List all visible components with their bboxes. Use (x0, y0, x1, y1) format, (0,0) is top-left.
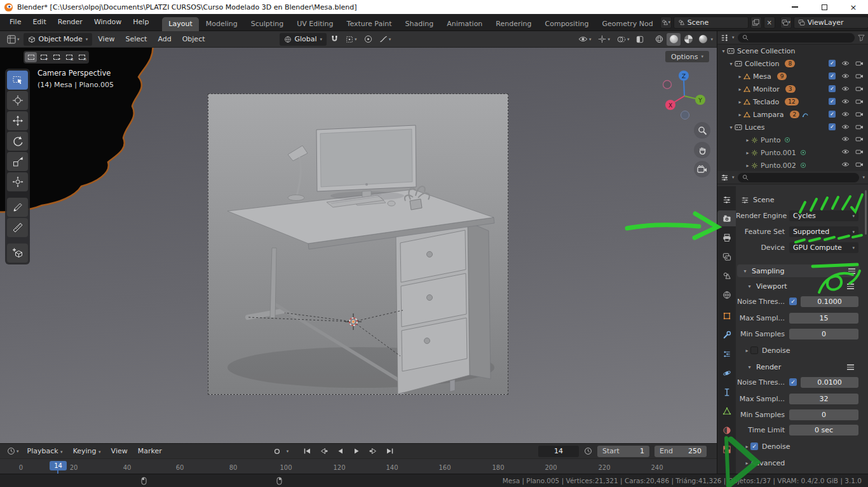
auto-keying-button[interactable] (270, 446, 284, 457)
properties-search-input[interactable] (738, 173, 860, 182)
menu-keying[interactable]: Keying ▾ (68, 447, 106, 455)
workspace-tab-texturepaint[interactable]: Texture Paint (341, 17, 398, 31)
next-keyframe-button[interactable] (366, 446, 380, 457)
close-button[interactable]: × (839, 0, 868, 14)
disclosure-icon[interactable]: ▸ (736, 99, 743, 105)
camera-icon[interactable] (855, 149, 864, 154)
tool-transform[interactable] (7, 172, 28, 191)
camera-icon[interactable] (855, 73, 864, 79)
section-menu-icon[interactable] (848, 268, 855, 274)
preview-range-clock-icon[interactable] (584, 447, 592, 455)
tab-output[interactable] (717, 230, 736, 245)
timeline-editor-button[interactable]: ▾ (4, 447, 22, 455)
prev-keyframe-button[interactable] (316, 446, 330, 457)
play-button[interactable] (349, 446, 363, 457)
mode-dropdown[interactable]: Object Mode ▾ (24, 33, 93, 46)
select-mode-invert[interactable]: ± (63, 52, 75, 62)
proportional-edit-toggle[interactable] (361, 35, 376, 43)
workspace-tab-geometrynodes[interactable]: Geometry Nod (595, 17, 659, 31)
menu-render[interactable]: Render (52, 14, 88, 31)
outliner-search-input[interactable] (738, 33, 855, 43)
workspace-tab-animation[interactable]: Animation (440, 17, 489, 31)
eye-icon[interactable] (841, 60, 850, 66)
navigation-gizmo[interactable]: Z Y X (657, 68, 710, 121)
tab-texture[interactable] (717, 441, 736, 457)
axis-z-ball[interactable]: Z (679, 71, 689, 81)
camera-icon[interactable] (855, 111, 864, 117)
presets-menu-icon[interactable] (847, 284, 854, 289)
outliner-row-punto[interactable]: ▸ Punto (717, 134, 868, 146)
start-frame-field[interactable]: Start 1 (597, 446, 649, 457)
outliner-editor-icon[interactable] (721, 34, 729, 42)
checkbox-icon[interactable] (829, 123, 836, 130)
tab-scene[interactable] (717, 268, 736, 284)
scrollbar[interactable] (865, 190, 867, 235)
workspace-tab-modeling[interactable]: Modeling (200, 17, 244, 31)
maximize-button[interactable] (810, 0, 839, 14)
r-min-samples-field[interactable]: 0 (789, 409, 858, 420)
tab-object[interactable] (717, 308, 736, 324)
vp-denoise-row[interactable]: ▸ Denoise (736, 341, 866, 359)
scene-desk-model[interactable] (208, 94, 508, 394)
axis-x-ball[interactable]: X (665, 100, 675, 110)
drawer-cabinet[interactable] (396, 222, 491, 394)
viewlayer-browse-button[interactable]: ▾ (780, 17, 792, 29)
tab-material[interactable] (717, 422, 736, 438)
checkbox-icon[interactable] (750, 346, 758, 354)
checkbox-icon[interactable] (829, 72, 836, 79)
zoom-button[interactable] (694, 122, 710, 139)
new-scene-button[interactable] (750, 17, 762, 29)
timeline-ruler[interactable]: 0 20 40 60 80 100 120 140 160 180 200 22… (0, 458, 717, 474)
disclosure-icon[interactable]: ▸ (744, 163, 751, 168)
tab-view-layer[interactable] (717, 249, 736, 264)
disclosure-icon[interactable]: ▾ (728, 61, 735, 67)
tool-select-box[interactable] (7, 71, 28, 90)
feature-set-dropdown[interactable]: Supported ▾ (789, 226, 858, 237)
menu-add[interactable]: Add (153, 35, 176, 43)
eye-icon[interactable] (841, 111, 850, 117)
camera-icon[interactable] (855, 124, 864, 130)
options-dropdown[interactable]: Options ▾ (665, 51, 709, 62)
camera-view-button[interactable] (694, 161, 710, 177)
camera-icon[interactable] (855, 136, 864, 142)
tab-object-data[interactable] (717, 403, 736, 419)
checkbox-icon[interactable] (789, 298, 797, 305)
workspace-tab-uvediting[interactable]: UV Editing (290, 17, 339, 31)
tab-tool[interactable] (717, 191, 736, 207)
checkbox-icon[interactable] (829, 60, 836, 67)
tab-modifiers[interactable] (717, 327, 736, 343)
breadcrumb-scene[interactable]: Scene (753, 196, 775, 204)
camera-frame[interactable] (208, 93, 508, 395)
checkbox-icon[interactable] (829, 85, 836, 92)
outliner-row-mesa[interactable]: ▸ Mesa 9 (717, 70, 868, 83)
outliner-row-punto-001[interactable]: ▸ Punto.001 (717, 146, 868, 159)
checkbox-icon[interactable] (750, 442, 758, 450)
select-mode-new[interactable] (25, 52, 37, 62)
axis-negative-ball[interactable] (663, 81, 672, 89)
eye-icon[interactable] (841, 73, 850, 79)
r-noise-field[interactable]: 0.0100 (801, 377, 858, 388)
axis-y-ball[interactable]: Y (695, 95, 705, 105)
unlink-scene-button[interactable]: × (764, 17, 775, 29)
presets-menu-icon[interactable] (847, 364, 854, 370)
eye-icon[interactable] (841, 149, 850, 154)
camera-icon[interactable] (855, 60, 864, 66)
tab-world[interactable] (717, 287, 736, 303)
menu-edit[interactable]: Edit (27, 14, 51, 31)
shading-wireframe-button[interactable] (652, 33, 666, 46)
proportional-falloff-dropdown[interactable]: ▾ (376, 35, 395, 43)
disclosure-icon[interactable]: ▾ (720, 48, 727, 54)
r-denoise-row[interactable]: ▸ Denoise (736, 437, 866, 455)
disclosure-icon[interactable]: ▸ (736, 74, 743, 79)
workspace-tab-rendering[interactable]: Rendering (489, 17, 538, 31)
play-reverse-button[interactable] (333, 446, 347, 457)
tool-scale[interactable] (7, 152, 28, 171)
outliner-row-teclado[interactable]: ▸ Teclado 12 (717, 95, 868, 108)
eye-icon[interactable] (841, 99, 850, 104)
tab-physics[interactable] (717, 365, 736, 381)
tool-cursor[interactable] (7, 91, 28, 110)
disclosure-icon[interactable]: ▸ (736, 86, 743, 92)
checkbox-icon[interactable] (829, 111, 836, 118)
tool-annotate[interactable] (7, 198, 28, 217)
tool-add-cube[interactable] (7, 244, 28, 263)
